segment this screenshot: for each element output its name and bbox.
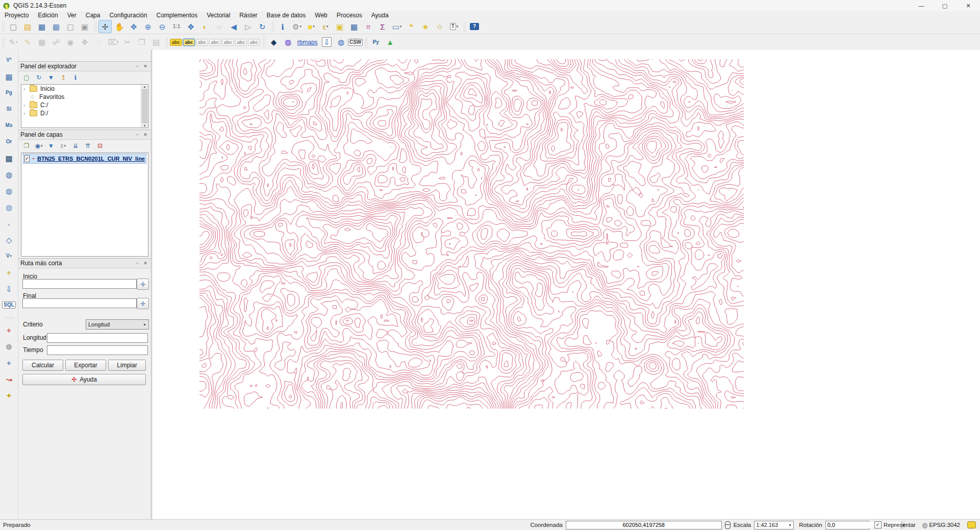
menu-proyecto[interactable]: Proyecto xyxy=(0,11,33,19)
pan-to-selection-button[interactable]: ✥ xyxy=(127,20,140,33)
export-button[interactable]: Exportar xyxy=(65,360,106,371)
quickmap-globe-button[interactable]: ◍ xyxy=(282,36,295,49)
menu-edicion[interactable]: Edición xyxy=(33,11,62,19)
expand-all-button[interactable]: ⇊ xyxy=(70,140,81,152)
highlight-labels-button[interactable]: abc xyxy=(209,39,221,46)
end-input[interactable] xyxy=(22,298,137,308)
change-label-button[interactable]: abc xyxy=(248,39,260,46)
cut-features-button[interactable]: ✂ xyxy=(121,36,134,49)
topology-checker-button[interactable]: ✦ xyxy=(2,388,16,402)
new-print-composer-button[interactable]: ▢ xyxy=(64,20,77,33)
properties-widget-button[interactable]: ℹ xyxy=(70,72,81,83)
toolbar-handle[interactable] xyxy=(463,21,466,32)
expander-icon[interactable]: › xyxy=(23,111,30,116)
manage-map-themes-button[interactable]: ◉▾ xyxy=(33,140,44,152)
toolbar-handle[interactable] xyxy=(2,37,5,47)
zoom-last-button[interactable]: ◀ xyxy=(227,20,240,33)
add-group-button[interactable]: ❐ xyxy=(21,140,32,152)
menu-ayuda[interactable]: Ayuda xyxy=(367,11,393,19)
select-features-button[interactable]: ■▾ xyxy=(305,20,318,33)
map-tips-button[interactable]: ❝ xyxy=(405,20,418,33)
touch-zoom-pan-button[interactable]: ✢ xyxy=(98,20,112,33)
add-wcs-layer-button[interactable]: ◍ xyxy=(2,184,16,198)
layer-import-plugin-button[interactable]: ⇩ xyxy=(320,36,334,49)
add-mssql-layer-button[interactable]: Ms xyxy=(2,118,16,133)
collapse-all-browser-button[interactable]: ↥ xyxy=(58,72,69,83)
browser-item-favoritos[interactable]: ☆Favoritos xyxy=(21,93,148,101)
browser-item-d-[interactable]: ›D:/ xyxy=(21,109,148,117)
add-oracle-layer-button[interactable]: Or xyxy=(2,135,16,149)
layer-name[interactable]: BTN25_ETRS_BCN0201L_CUR_NIV_line xyxy=(37,156,145,162)
layer-labeling-button[interactable]: abc xyxy=(170,39,182,46)
road-graph-button[interactable]: ↝ xyxy=(2,372,16,386)
expander-icon[interactable]: › xyxy=(23,86,30,92)
toolbar-handle[interactable] xyxy=(2,21,5,32)
text-annotation-button[interactable]: T▾ xyxy=(447,20,461,33)
add-raster-layer-button[interactable]: ▦ xyxy=(2,69,16,84)
pick-end-icon[interactable]: ✛ xyxy=(137,298,149,309)
composer-manager-button[interactable]: ▣ xyxy=(78,20,91,33)
add-wfs-layer-button[interactable]: ◍ xyxy=(2,200,16,214)
coordinate-input[interactable] xyxy=(566,521,722,529)
browser-float-icon[interactable]: ▫ xyxy=(134,63,141,69)
collapse-all-button[interactable]: ⇈ xyxy=(82,140,93,152)
minimize-button[interactable]: — xyxy=(910,0,933,11)
close-button[interactable]: ✕ xyxy=(957,0,980,11)
add-spatialite-layer-button[interactable]: Sl xyxy=(2,102,16,116)
osm-place-search-button[interactable]: ⊚ xyxy=(2,339,16,354)
save-project-button[interactable]: ▦ xyxy=(35,20,48,33)
deselect-all-button[interactable]: ▣ xyxy=(333,20,346,33)
scale-select[interactable]: 1:42.163 ▼ xyxy=(754,521,794,529)
crs-value[interactable]: EPSG:3042 xyxy=(929,522,960,528)
offset-curve-button[interactable]: ◌ xyxy=(92,36,106,49)
toolbar-handle[interactable] xyxy=(271,21,274,32)
rotation-spinner[interactable]: ▼ xyxy=(825,521,869,529)
length-input[interactable] xyxy=(47,333,148,343)
add-wms-layer-button[interactable]: ◍ xyxy=(2,167,16,182)
menu-procesos[interactable]: Procesos xyxy=(332,11,367,19)
toggle-editing-button[interactable]: ✎ xyxy=(21,36,34,49)
gps-information-button[interactable]: ⌖ xyxy=(2,356,16,370)
gdal-tools-button[interactable]: ◆ xyxy=(267,36,281,49)
zoom-native-button[interactable]: 1:1 xyxy=(170,20,183,33)
python-console-button[interactable]: Py xyxy=(369,36,383,49)
add-delimited-text-layer-button[interactable]: , xyxy=(2,216,16,231)
filter-by-expression-button[interactable]: ε▾ xyxy=(58,140,69,152)
move-label-button[interactable]: abc xyxy=(222,39,234,46)
current-edits-button[interactable]: ✎▾ xyxy=(7,36,20,49)
new-shapefile-layer-button[interactable]: ◇ xyxy=(2,233,16,247)
start-input[interactable] xyxy=(22,279,137,289)
layer-visibility-checkbox[interactable]: ✓ xyxy=(24,155,30,162)
layers-float-icon[interactable]: ▫ xyxy=(134,132,141,138)
menu-ver[interactable]: Ver xyxy=(63,11,81,19)
save-layer-edits-button[interactable]: ▦ xyxy=(35,36,48,49)
clear-button[interactable]: Limpiar xyxy=(108,360,146,371)
menu-base-de-datos[interactable]: Base de datos xyxy=(262,11,311,19)
new-temporary-scratch-layer-button[interactable]: V▾ xyxy=(2,249,16,263)
zoom-to-layer-button[interactable]: ◐ xyxy=(198,20,212,33)
expander-icon[interactable]: › xyxy=(23,103,30,108)
zoom-full-button[interactable]: ✥ xyxy=(184,20,197,33)
browser-scrollbar[interactable]: ▲▼ xyxy=(141,85,148,128)
route-float-icon[interactable]: ▫ xyxy=(134,260,141,266)
select-by-expression-button[interactable]: ε▾ xyxy=(319,20,332,33)
rotate-label-button[interactable]: abc xyxy=(235,39,247,46)
gps-creation-tool-button[interactable]: ⌖ xyxy=(2,265,16,280)
pick-start-icon[interactable]: ✛ xyxy=(137,279,149,290)
menu-vectorial[interactable]: Vectorial xyxy=(202,11,235,19)
open-project-button[interactable]: ▤ xyxy=(21,20,34,33)
layers-close-icon[interactable]: ✕ xyxy=(142,132,149,138)
menu-configuracion[interactable]: Configuración xyxy=(105,11,152,19)
calculate-button[interactable]: Calcular xyxy=(22,360,63,371)
copy-features-button[interactable]: ❐ xyxy=(135,36,148,49)
metasearch-globe-button[interactable]: ◍ xyxy=(335,36,348,49)
maximize-button[interactable]: ▢ xyxy=(933,0,957,11)
zoom-out-button[interactable]: ⊖ xyxy=(156,20,169,33)
add-vector-layer-button[interactable]: V° xyxy=(2,53,16,67)
zoom-next-button[interactable]: ▷ xyxy=(241,20,255,33)
menu-raster[interactable]: Ráster xyxy=(235,11,262,19)
coordinate-capture-button[interactable]: ⌖ xyxy=(2,323,16,337)
zoom-to-selection-button[interactable]: ◌ xyxy=(213,20,226,33)
filter-legend-button[interactable]: ▼ xyxy=(45,140,57,152)
show-bookmarks-button[interactable]: ☆ xyxy=(433,20,446,33)
